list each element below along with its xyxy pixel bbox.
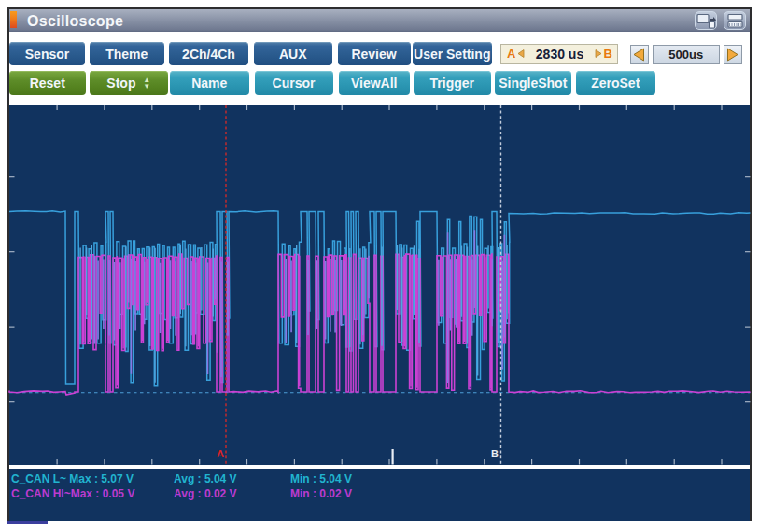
svg-text:B: B [491, 448, 499, 459]
svg-text:A: A [217, 448, 224, 459]
